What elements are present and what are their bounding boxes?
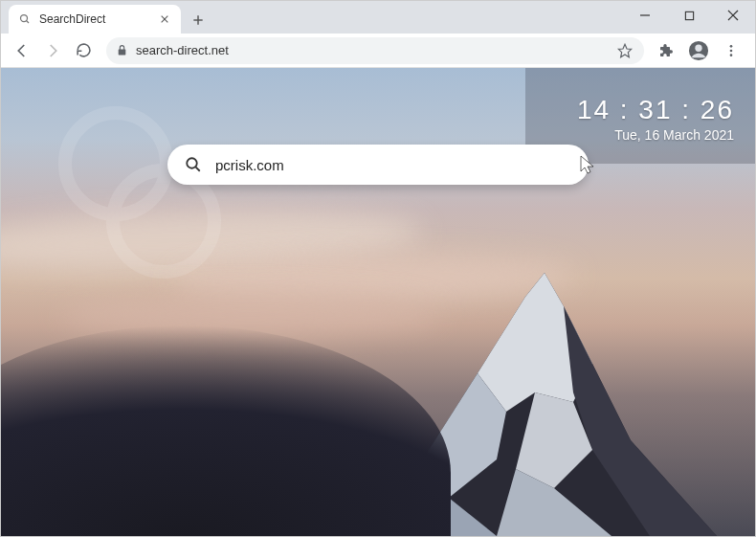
clock-time: 14 : 31 : 26 — [577, 95, 734, 125]
svg-point-14 — [730, 49, 733, 52]
svg-marker-10 — [618, 44, 631, 56]
profile-avatar-icon[interactable] — [686, 38, 711, 63]
minimize-button[interactable] — [623, 1, 667, 30]
svg-line-24 — [196, 168, 200, 171]
window-controls — [623, 1, 755, 30]
search-icon — [185, 156, 202, 173]
svg-point-13 — [730, 45, 733, 48]
search-input[interactable]: pcrisk.com — [215, 157, 571, 173]
toolbar-right — [654, 38, 747, 63]
maximize-button[interactable] — [667, 1, 711, 30]
clock-widget: 14 : 31 : 26 Tue, 16 March 2021 — [577, 95, 734, 143]
extensions-icon[interactable] — [654, 38, 678, 63]
page-content: 14 : 31 : 26 Tue, 16 March 2021 pcrisk.c… — [1, 68, 755, 536]
url-text: search-direct.net — [136, 43, 229, 57]
search-bar[interactable]: pcrisk.com — [167, 145, 589, 185]
svg-point-0 — [21, 15, 28, 22]
tab-title: SearchDirect — [39, 12, 105, 26]
browser-toolbar: search-direct.net — [1, 34, 755, 68]
back-button[interactable] — [9, 37, 35, 64]
browser-window: SearchDirect search-direct.net — [0, 0, 756, 537]
menu-icon[interactable] — [719, 38, 744, 63]
close-window-button[interactable] — [711, 1, 755, 30]
clock-date: Tue, 16 March 2021 — [577, 127, 734, 143]
search-icon — [18, 12, 32, 26]
address-bar[interactable]: search-direct.net — [106, 37, 644, 64]
svg-point-23 — [187, 158, 197, 168]
svg-point-12 — [695, 44, 701, 51]
lock-icon — [116, 44, 128, 56]
svg-point-15 — [730, 54, 733, 56]
titlebar: SearchDirect — [1, 1, 755, 34]
svg-line-1 — [27, 21, 30, 24]
svg-rect-7 — [685, 11, 693, 19]
close-icon[interactable] — [158, 12, 171, 26]
new-tab-button[interactable] — [185, 7, 211, 34]
bookmark-star-icon[interactable] — [617, 43, 633, 58]
browser-tab[interactable]: SearchDirect — [9, 5, 181, 34]
reload-button[interactable] — [70, 37, 97, 64]
forward-button[interactable] — [39, 37, 66, 64]
